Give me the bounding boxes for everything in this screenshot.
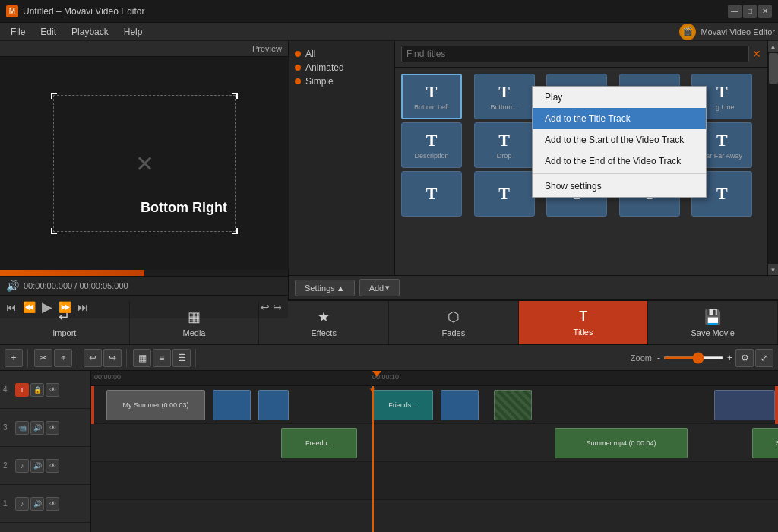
nav-media[interactable]: ▦ Media bbox=[130, 301, 260, 344]
title-t-icon: T bbox=[498, 131, 510, 150]
nav-save[interactable]: 💾 Save Movie bbox=[648, 301, 778, 344]
title-thumb-description[interactable]: T Description bbox=[401, 122, 462, 168]
ctx-add-end[interactable]: Add to the End of the Video Track bbox=[533, 150, 706, 172]
nav-fades[interactable]: ⬡ Fades bbox=[389, 301, 519, 344]
undo-button[interactable]: ↩ bbox=[84, 349, 102, 367]
track-vol-icon-1[interactable]: 🔊 bbox=[30, 497, 44, 511]
fades-icon: ⬡ bbox=[448, 309, 460, 325]
clip-swimm[interactable]: Swimm... bbox=[752, 428, 778, 458]
timeline-content[interactable]: 00:00:00 00:00:10 My Summer (0:00:03) bbox=[91, 371, 778, 532]
ctx-play[interactable]: Play bbox=[533, 87, 706, 108]
clip-blue2[interactable] bbox=[258, 390, 289, 420]
add-label: Add bbox=[369, 283, 384, 293]
track-eye-icon-3[interactable]: 👁 bbox=[46, 421, 59, 435]
maximize-button[interactable]: □ bbox=[743, 5, 757, 18]
track-lane-4: My Summer (0:00:03) Friends... Z bbox=[91, 386, 778, 424]
track-type-audio-icon[interactable]: ♪ bbox=[15, 459, 29, 473]
redo-button[interactable]: ↪ bbox=[103, 349, 122, 367]
progress-row[interactable] bbox=[0, 270, 288, 276]
preview-label: Preview bbox=[0, 41, 288, 57]
settings-label: Settings bbox=[305, 283, 335, 293]
preview-canvas: ✕ Bottom Right bbox=[0, 57, 289, 270]
volume-icon[interactable]: 🔊 bbox=[6, 280, 19, 292]
time-display: 00:00:00.000 / 00:00:05.000 bbox=[24, 281, 128, 290]
settings-button[interactable]: Settings ▲ bbox=[295, 280, 355, 296]
clip-blue3[interactable] bbox=[441, 390, 479, 420]
track-header-2: 2 ♪ 🔊 👁 bbox=[0, 447, 90, 485]
track-num-3: 3 bbox=[3, 423, 12, 432]
clip-stripes[interactable] bbox=[494, 390, 532, 420]
nav-titles[interactable]: T Titles bbox=[519, 301, 649, 344]
filter-all[interactable]: All bbox=[295, 47, 388, 61]
track-type-text-icon[interactable]: T bbox=[15, 383, 29, 397]
track-num-4: 4 bbox=[3, 385, 12, 394]
clip-mysummer[interactable]: My Summer (0:00:03) bbox=[106, 390, 205, 420]
menu-playback[interactable]: Playback bbox=[64, 25, 116, 39]
view-btn1[interactable]: ▦ bbox=[133, 349, 151, 367]
view-btn3[interactable]: ☰ bbox=[172, 349, 191, 367]
tl-expand-button[interactable]: ⤢ bbox=[755, 349, 773, 367]
track-eye-icon-1[interactable]: 👁 bbox=[46, 497, 59, 511]
filter-simple[interactable]: Simple bbox=[295, 74, 388, 88]
track-icons-3: 📹 🔊 👁 bbox=[15, 421, 59, 435]
close-button[interactable]: ✕ bbox=[758, 5, 772, 18]
split-button[interactable]: ⌖ bbox=[54, 349, 72, 367]
find-titles-input[interactable] bbox=[401, 46, 749, 62]
scroll-thumb[interactable] bbox=[769, 53, 778, 84]
ctx-add-title-track[interactable]: Add to the Title Track bbox=[533, 108, 706, 129]
clip-lines[interactable] bbox=[714, 390, 775, 420]
track-lane-2 bbox=[91, 462, 778, 500]
nav-titles-label: Titles bbox=[574, 328, 593, 337]
title-thumb-drop[interactable]: T Drop bbox=[474, 122, 535, 168]
nav-import-label: Import bbox=[52, 328, 76, 337]
minimize-button[interactable]: — bbox=[728, 5, 742, 18]
corner-tl bbox=[51, 93, 57, 99]
brand-label: Movavi Video Editor bbox=[701, 27, 775, 36]
menu-file[interactable]: File bbox=[3, 25, 33, 39]
track-vol-icon[interactable]: 🔊 bbox=[30, 421, 44, 435]
titles-scrollbar[interactable]: ▲ ▼ bbox=[767, 41, 778, 275]
menu-help[interactable]: Help bbox=[116, 25, 150, 39]
nav-effects[interactable]: ★ Effects bbox=[259, 301, 389, 344]
clip-summer-mp4[interactable]: Summer.mp4 (0:00:04) bbox=[555, 428, 688, 458]
playhead-marker bbox=[372, 371, 381, 377]
track-eye-icon[interactable]: 👁 bbox=[46, 383, 59, 397]
cut-button[interactable]: ✂ bbox=[34, 349, 52, 367]
clip-friends[interactable]: Friends... bbox=[372, 390, 433, 420]
view-btn2[interactable]: ≡ bbox=[153, 349, 171, 367]
track-type-video-icon[interactable]: 📹 bbox=[15, 421, 29, 435]
track-icons-1: ♪ 🔊 👁 bbox=[15, 497, 59, 511]
add-track-button[interactable]: + bbox=[5, 349, 23, 367]
track-eye-icon-2[interactable]: 👁 bbox=[46, 459, 59, 473]
title-thumb-bottomleft[interactable]: T Bottom Left bbox=[401, 74, 462, 119]
ctx-add-start[interactable]: Add to the Start of the Video Track bbox=[533, 129, 706, 150]
clip-freedo[interactable]: Freedo... bbox=[281, 428, 357, 458]
tl-settings-button[interactable]: ⚙ bbox=[735, 349, 754, 367]
menu-edit[interactable]: Edit bbox=[33, 25, 64, 39]
zoom-max-label: + bbox=[727, 353, 732, 363]
zoom-slider[interactable] bbox=[663, 356, 724, 359]
title-thumb-12[interactable]: T bbox=[474, 171, 535, 217]
nav-import[interactable]: ↵ Import bbox=[0, 301, 130, 344]
title-thumb-11[interactable]: T bbox=[401, 171, 462, 217]
track-vol-icon-2[interactable]: 🔊 bbox=[30, 459, 44, 473]
window-title: Untitled – Movavi Video Editor bbox=[23, 6, 145, 17]
clip-blue1[interactable] bbox=[213, 390, 251, 420]
title-thumb-bottomcenter[interactable]: T Bottom... bbox=[474, 74, 535, 119]
track-icons-4: T 🔒 👁 bbox=[15, 383, 59, 397]
action-bar: Settings ▲ Add ▾ bbox=[289, 275, 778, 299]
find-clear-button[interactable]: ✕ bbox=[752, 48, 761, 60]
track-end-marker bbox=[775, 386, 778, 424]
branding: 🎬 Movavi Video Editor bbox=[679, 24, 775, 40]
filter-label-animated: Animated bbox=[305, 62, 344, 73]
scroll-up-button[interactable]: ▲ bbox=[768, 41, 779, 52]
track-type-icon-1[interactable]: ♪ bbox=[15, 497, 29, 511]
scroll-down-button[interactable]: ▼ bbox=[768, 264, 779, 275]
add-button[interactable]: Add ▾ bbox=[359, 279, 400, 296]
filter-animated[interactable]: Animated bbox=[295, 61, 388, 74]
track-lock-icon[interactable]: 🔒 bbox=[30, 383, 44, 397]
ctx-show-settings[interactable]: Show settings bbox=[533, 176, 706, 197]
clip-label: My Summer (0:00:03) bbox=[120, 401, 191, 410]
title-t-icon: T bbox=[498, 82, 510, 102]
corner-tr bbox=[232, 93, 238, 99]
